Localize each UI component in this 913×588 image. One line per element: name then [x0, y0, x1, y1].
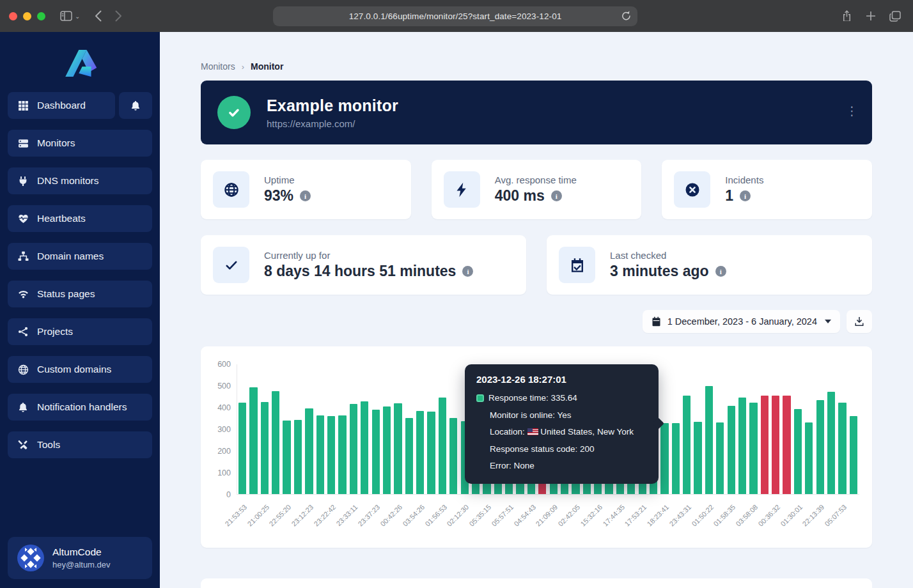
avg-response-value: 400 ms	[495, 187, 545, 205]
chart-bar[interactable]	[238, 403, 246, 494]
sidebar-item-notification-handlers[interactable]: Notification handlers	[8, 394, 152, 421]
sidebar-item-status-pages[interactable]: Status pages	[8, 281, 152, 307]
chart-bar[interactable]	[850, 416, 857, 494]
sidebar-item-domain-names[interactable]: Domain names	[8, 243, 152, 270]
info-icon[interactable]: i	[740, 190, 751, 201]
chart-bar[interactable]	[705, 386, 713, 494]
wifi-icon	[17, 290, 29, 298]
chart-bar[interactable]	[683, 396, 691, 494]
back-button[interactable]	[89, 7, 107, 25]
chart-bar[interactable]	[272, 391, 279, 494]
incidents-value: 1	[725, 187, 733, 205]
bar-chart[interactable]: 2023-12-26 18:27:01 Response time: 335.6…	[237, 364, 859, 495]
tab-overview-icon[interactable]	[886, 7, 904, 25]
caret-down-icon	[825, 320, 831, 323]
minimize-window-button[interactable]	[23, 12, 31, 20]
reload-icon[interactable]	[621, 10, 632, 22]
download-button[interactable]	[847, 310, 872, 333]
monitor-url: https://example.com/	[267, 118, 398, 129]
forward-button[interactable]	[109, 7, 127, 25]
chart-bar[interactable]	[416, 411, 424, 494]
sidebar-item-dashboard[interactable]: Dashboard	[8, 92, 115, 119]
chart-bar[interactable]	[783, 396, 790, 494]
chart-bar[interactable]	[761, 396, 769, 494]
calendar-icon	[652, 316, 661, 327]
address-bar[interactable]: 127.0.0.1/66uptime/monitor/25?start_date…	[273, 6, 637, 26]
x-axis-label: 17:53:21	[623, 503, 648, 528]
chart-bar[interactable]	[305, 408, 313, 494]
close-window-button[interactable]	[9, 12, 17, 20]
chart-bar[interactable]	[427, 412, 435, 494]
globe-icon	[17, 364, 29, 375]
chart-bar[interactable]	[716, 422, 724, 494]
chart-bar[interactable]	[794, 409, 802, 494]
chart-bar[interactable]	[728, 406, 735, 494]
series-swatch-icon	[476, 394, 484, 402]
date-range-button[interactable]: 1 December, 2023 - 6 January, 2024	[643, 310, 840, 333]
chart-bar[interactable]	[827, 392, 835, 494]
chart-bar[interactable]	[694, 422, 701, 494]
chart-bar[interactable]	[449, 418, 457, 494]
chart-bar[interactable]	[805, 422, 813, 494]
monitor-header-card: Example monitor https://example.com/ ⋮	[201, 81, 872, 144]
chart-bar[interactable]	[249, 387, 257, 494]
notifications-button[interactable]	[119, 92, 152, 119]
new-tab-icon[interactable]	[862, 7, 880, 25]
tab-overview-chevron-icon[interactable]: ⌄	[75, 13, 80, 20]
chart-bar[interactable]	[838, 403, 846, 494]
chart-bar[interactable]	[350, 404, 357, 494]
y-axis-tick: 400	[209, 403, 231, 412]
app-logo[interactable]	[8, 40, 152, 92]
account-card[interactable]: AltumCode hey@altum.dev	[8, 537, 152, 579]
chart-bar[interactable]	[772, 396, 779, 494]
chart-bar[interactable]	[261, 402, 269, 494]
sidebar-item-monitors[interactable]: Monitors	[8, 130, 152, 157]
chart-bar[interactable]	[316, 415, 324, 494]
share-icon[interactable]	[838, 7, 855, 25]
chart-bar[interactable]	[394, 403, 402, 494]
maximize-window-button[interactable]	[37, 12, 45, 20]
x-axis-label: 15:32:16	[579, 503, 604, 528]
avg-response-label: Avg. response time	[495, 174, 577, 185]
chart-bar[interactable]	[283, 421, 290, 494]
sidebar-item-projects[interactable]: Projects	[8, 318, 152, 345]
info-icon[interactable]: i	[551, 190, 562, 201]
x-axis-label: 01:56:53	[423, 503, 448, 528]
x-axis-label: 01:30:01	[779, 503, 804, 528]
chart-bar[interactable]	[327, 416, 335, 494]
x-axis-label: 22:13:39	[801, 503, 826, 528]
chart-bar[interactable]	[660, 423, 668, 494]
avatar	[17, 544, 45, 572]
chart-bar[interactable]	[439, 398, 446, 494]
sidebar-item-label: Custom domains	[37, 364, 111, 375]
chart-bar[interactable]	[405, 418, 413, 494]
sidebar-toggle-icon[interactable]	[57, 7, 75, 25]
download-icon	[854, 316, 864, 327]
chart-tooltip: 2023-12-26 18:27:01 Response time: 335.6…	[465, 364, 659, 484]
info-icon[interactable]: i	[462, 266, 473, 277]
sitemap-icon	[17, 251, 29, 261]
chart-bar[interactable]	[383, 406, 391, 494]
sidebar-item-dns-monitors[interactable]: DNS monitors	[8, 167, 152, 194]
y-axis-tick: 100	[209, 468, 231, 477]
breadcrumb-monitors-link[interactable]: Monitors	[201, 61, 235, 72]
info-icon[interactable]: i	[715, 266, 726, 277]
chart-bar[interactable]	[372, 410, 380, 494]
tooltip-error: Error: None	[476, 458, 647, 475]
kebab-menu-icon[interactable]: ⋮	[846, 105, 858, 117]
sidebar: Dashboard Monitors DNS monitors	[0, 32, 160, 588]
chart-bar[interactable]	[294, 420, 302, 494]
sidebar-item-tools[interactable]: Tools	[8, 431, 152, 458]
sidebar-item-custom-domains[interactable]: Custom domains	[8, 356, 152, 383]
bell-icon	[130, 100, 141, 111]
chart-bar[interactable]	[361, 401, 368, 494]
sidebar-item-heartbeats[interactable]: Heartbeats	[8, 205, 152, 232]
chart-bar[interactable]	[672, 423, 680, 494]
info-icon[interactable]: i	[300, 190, 311, 201]
chart-bar[interactable]	[749, 403, 757, 494]
chart-bar[interactable]	[338, 415, 346, 494]
chart-bar[interactable]	[816, 400, 824, 494]
chart-bar[interactable]	[738, 398, 746, 494]
x-axis-label: 21:09:09	[535, 503, 559, 528]
chevron-right-icon: ›	[242, 62, 244, 72]
